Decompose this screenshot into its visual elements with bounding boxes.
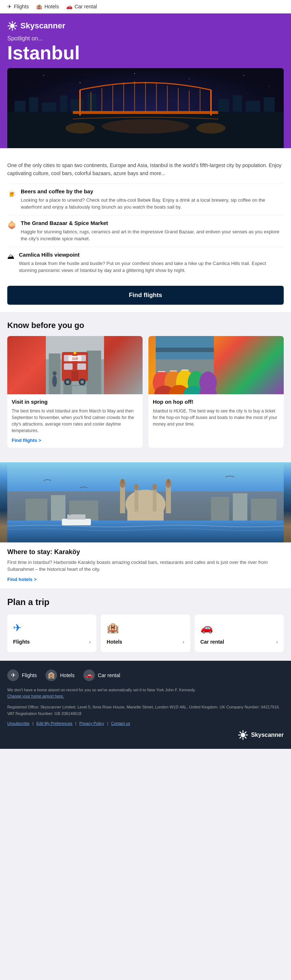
highlight-item-1: 🧅 The Grand Bazaar & Spice Market Haggle…	[7, 215, 284, 247]
nav-flights[interactable]: ✈ Flights	[7, 4, 29, 10]
svg-rect-98	[233, 493, 247, 520]
highlight-item-2: ⛰ Camlica Hills viewpoint Want a break f…	[7, 247, 284, 278]
footer-hotels[interactable]: 🏨 Hotels	[46, 670, 74, 681]
hop-on-text: Istanbul is HUGE. The best way to see th…	[153, 408, 279, 427]
nav-hotels-label: Hotels	[44, 4, 59, 10]
know-section: Know before you go	[0, 312, 291, 462]
footer-privacy[interactable]: Privacy Policy	[79, 721, 104, 725]
plan-trip-section: Plan a trip ✈ Flights › 🏨 Hotels › 🚗 Car…	[0, 588, 291, 661]
where-stay-title: Where to stay: Karaköy	[7, 548, 284, 556]
plan-trip-title: Plan a trip	[7, 597, 284, 607]
tram-image: 115	[7, 336, 142, 394]
plan-car-row: Car rental ›	[201, 639, 278, 645]
svg-rect-76	[169, 370, 177, 371]
footer-flights-icon: ✈	[7, 670, 19, 681]
plan-hotels-label: Hotels	[107, 639, 183, 645]
svg-line-8	[9, 28, 11, 29]
svg-point-63	[52, 371, 56, 375]
highlight-text-1: Haggle for stunning fabrics, rugs, ceram…	[21, 228, 284, 242]
svg-rect-75	[158, 371, 165, 372]
svg-text:115: 115	[72, 356, 78, 360]
highlight-title-0: Beers and coffee by the bay	[21, 188, 284, 194]
spice-svg	[149, 336, 221, 394]
svg-point-12	[134, 73, 135, 74]
footer-contact[interactable]: Contact us	[111, 721, 130, 725]
find-flights-button[interactable]: Find flights	[7, 286, 284, 305]
svg-point-62	[52, 375, 57, 387]
svg-rect-80	[7, 520, 284, 542]
footer-airport-notice: We don't have a home airport on record f…	[7, 687, 284, 700]
svg-rect-23	[218, 99, 229, 112]
hop-on-content: Hop on hop off! Istanbul is HUGE. The be…	[149, 394, 284, 435]
svg-rect-52	[77, 363, 86, 370]
footer-car-label: Car rental	[98, 672, 120, 678]
spice-image	[149, 336, 284, 394]
svg-point-15	[269, 86, 270, 87]
svg-point-13	[189, 79, 190, 80]
karakoy-svg	[0, 462, 291, 542]
svg-rect-78	[156, 348, 214, 352]
visit-spring-title: Visit in spring	[12, 399, 138, 405]
svg-point-11	[80, 82, 81, 83]
svg-rect-99	[251, 499, 277, 520]
beers-icon: 🍺	[7, 189, 16, 198]
svg-rect-21	[71, 99, 84, 112]
svg-point-56	[73, 351, 76, 354]
plan-hotels-arrow: ›	[183, 639, 184, 645]
footer-edit-prefs[interactable]: Edit My Preferences	[36, 721, 73, 725]
svg-rect-20	[60, 95, 67, 112]
footer-car-icon: 🚗	[83, 670, 95, 681]
footer-hotels-label: Hotels	[60, 672, 74, 678]
plan-flights-arrow: ›	[89, 639, 91, 645]
hop-on-card: Hop on hop off! Istanbul is HUGE. The be…	[149, 336, 284, 448]
bazaar-icon: 🧅	[7, 221, 16, 229]
highlight-content-1: The Grand Bazaar & Spice Market Haggle f…	[21, 220, 284, 242]
change-airport-link[interactable]: Change your home airport here.	[7, 694, 64, 698]
svg-rect-22	[87, 94, 96, 112]
svg-rect-25	[245, 101, 260, 112]
nav-car-rental[interactable]: 🚗 Car rental	[66, 4, 97, 10]
highlight-title-2: Camlica Hills viewpoint	[19, 251, 284, 258]
plan-car-card[interactable]: 🚗 Car rental ›	[195, 614, 284, 652]
svg-line-7	[14, 23, 16, 24]
nav-flights-label: Flights	[14, 4, 29, 10]
highlight-content-2: Camlica Hills viewpoint Want a break fro…	[19, 251, 284, 274]
svg-point-60	[81, 380, 84, 384]
visit-spring-link[interactable]: Find flights >	[12, 438, 41, 443]
svg-rect-24	[233, 95, 242, 112]
svg-line-109	[245, 737, 246, 738]
footer-unsubscribe[interactable]: Unsubscribe	[7, 721, 30, 725]
svg-rect-17	[14, 101, 25, 112]
footer-bottom: Skyscanner	[7, 730, 284, 740]
nav-hotels[interactable]: 🏨 Hotels	[36, 4, 59, 10]
footer-flights[interactable]: ✈ Flights	[7, 670, 37, 681]
find-hotels-link[interactable]: Find hotels >	[7, 577, 37, 582]
hero-logo: Skyscanner	[7, 21, 284, 31]
highlight-text-2: Want a break from the hustle and bustle?…	[19, 260, 284, 274]
svg-line-110	[245, 732, 246, 733]
plan-flights-card[interactable]: ✈ Flights ›	[7, 614, 96, 652]
visit-spring-content: Visit in spring The best times to visit …	[7, 394, 142, 448]
svg-point-42	[196, 123, 226, 134]
hero-city-title: Istanbul	[7, 43, 284, 62]
content-section: One of the only cities to span two conti…	[0, 148, 291, 312]
svg-rect-101	[67, 514, 85, 520]
svg-point-14	[244, 75, 244, 76]
plan-hotels-card[interactable]: 🏨 Hotels ›	[101, 614, 190, 652]
footer-brand: Skyscanner	[238, 730, 284, 740]
hero-city-image	[7, 68, 284, 148]
svg-rect-53	[71, 371, 78, 381]
svg-rect-77	[181, 369, 188, 371]
plan-flights-label: Flights	[13, 639, 89, 645]
svg-rect-94	[25, 499, 47, 520]
svg-rect-83	[127, 499, 164, 520]
svg-rect-19	[42, 103, 56, 112]
karakoy-image	[0, 462, 291, 542]
plan-hotels-row: Hotels ›	[107, 639, 184, 645]
footer-car-rental[interactable]: 🚗 Car rental	[83, 670, 120, 681]
footer: ✈ Flights 🏨 Hotels 🚗 Car rental We don't…	[0, 661, 291, 749]
plan-trip-grid: ✈ Flights › 🏨 Hotels › 🚗 Car rental ›	[7, 614, 284, 652]
where-stay-text: First time in Istanbul? Harborside Karak…	[7, 559, 284, 573]
svg-point-93	[152, 484, 157, 490]
svg-rect-87	[166, 484, 171, 513]
